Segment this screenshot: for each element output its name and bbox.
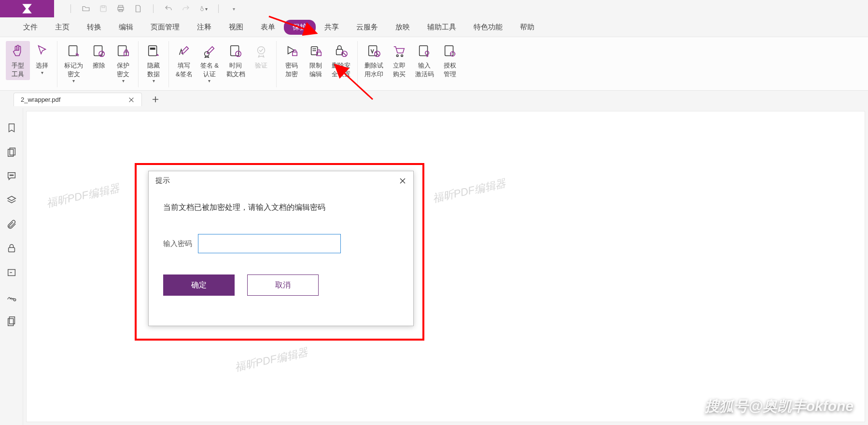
ribbon-protect-redact[interactable]: 保护 密文▾ xyxy=(111,41,135,85)
ribbon-group-1: 标记为 密文▾擦除保护 密文▾ xyxy=(57,41,139,87)
ribbon-group-5: 删除试 用水印立即 购买输入 激活码授权 管理 xyxy=(358,41,465,87)
watermark: 福昕PDF编辑器 xyxy=(45,181,121,210)
svg-rect-38 xyxy=(8,318,13,326)
svg-rect-4 xyxy=(119,10,123,12)
pages-icon[interactable] xyxy=(6,147,17,157)
svg-point-33 xyxy=(12,175,13,176)
ribbon-label: 输入 激活码 xyxy=(415,61,434,78)
menu-item-7[interactable]: 表单 xyxy=(252,20,284,35)
page-icon[interactable] xyxy=(134,4,142,13)
menu-item-6[interactable]: 视图 xyxy=(220,20,252,35)
field-icon[interactable] xyxy=(6,267,17,278)
ribbon-group-0: 手型 工具选择▾ xyxy=(3,41,57,87)
ribbon-enter-code[interactable]: 输入 激活码 xyxy=(411,41,438,80)
ribbon-hand-tool[interactable]: 手型 工具 xyxy=(6,41,30,80)
hand-tool-icon xyxy=(10,43,26,59)
app-logo xyxy=(0,0,54,17)
svg-rect-34 xyxy=(8,247,14,252)
menu-item-1[interactable]: 主页 xyxy=(46,20,78,35)
separator xyxy=(70,4,71,13)
document-tab-title: 2_wrapper.pdf xyxy=(21,96,60,103)
svg-point-24 xyxy=(401,55,403,57)
menu-item-11[interactable]: 放映 xyxy=(387,20,419,35)
comment-icon[interactable] xyxy=(6,171,17,181)
ribbon-hidden-data[interactable]: 隐藏 数据▾ xyxy=(141,41,166,85)
ribbon-license-mgmt[interactable]: 授权 管理 xyxy=(438,41,462,80)
menu-item-13[interactable]: 特色功能 xyxy=(465,20,511,35)
ribbon-sign-cert[interactable]: 签名 & 认证▾ xyxy=(196,41,223,85)
menu-item-3[interactable]: 编辑 xyxy=(110,20,142,35)
ribbon-password-encrypt[interactable]: 密码 加密 xyxy=(280,41,304,80)
menu-item-8[interactable]: 保护 xyxy=(284,20,316,35)
ribbon-erase[interactable]: 擦除 xyxy=(87,41,111,72)
separator xyxy=(153,4,154,13)
chevron-down-icon: ▾ xyxy=(122,78,125,83)
ribbon-label: 填写 &签名 xyxy=(176,61,193,78)
menu-item-9[interactable]: 共享 xyxy=(316,20,348,35)
attribution: 搜狐号@奥凯丰okfone xyxy=(705,397,854,416)
ribbon-remove-trial-wm[interactable]: 删除试 用水印 xyxy=(361,41,387,80)
ribbon-label: 授权 管理 xyxy=(444,61,456,78)
add-tab-icon[interactable] xyxy=(152,96,159,103)
attachment-icon[interactable] xyxy=(6,219,17,230)
menu-item-4[interactable]: 页面管理 xyxy=(142,20,188,35)
clipboard-icon[interactable] xyxy=(6,315,17,326)
ribbon-fill-sign[interactable]: 填写 &签名 xyxy=(172,41,196,80)
watermark: 福昕PDF编辑器 xyxy=(234,345,309,374)
mark-redact-icon xyxy=(66,43,82,59)
select-tool-icon xyxy=(34,43,50,59)
layers-icon[interactable] xyxy=(6,195,17,206)
ribbon-label: 保护 密文 xyxy=(117,61,129,78)
security-icon[interactable] xyxy=(6,243,17,254)
customize-icon[interactable]: ▾ xyxy=(229,4,238,13)
workspace: 福昕PDF编辑器 福昕PDF编辑器 福昕PDF编辑器 xyxy=(0,108,868,425)
undo-icon[interactable] xyxy=(164,4,173,13)
svg-rect-21 xyxy=(369,46,377,56)
open-icon[interactable] xyxy=(82,4,90,13)
ribbon-timestamp[interactable]: 时间 戳文档 xyxy=(223,41,249,80)
quick-access-toolbar: ▾ ▾ xyxy=(0,0,868,17)
ribbon-restrict-edit[interactable]: 限制 编辑 xyxy=(304,41,328,80)
ribbon-label: 手型 工具 xyxy=(12,61,24,78)
remove-security-icon xyxy=(333,43,349,59)
save-icon[interactable] xyxy=(99,4,108,13)
ribbon-buy-now[interactable]: 立即 购买 xyxy=(387,41,411,80)
close-icon[interactable] xyxy=(399,177,406,185)
dialog-message: 当前文档已被加密处理，请输入文档的编辑密码 xyxy=(163,203,399,213)
redo-icon[interactable] xyxy=(182,4,190,13)
menu-item-12[interactable]: 辅助工具 xyxy=(419,20,465,35)
ribbon-label: 限制 编辑 xyxy=(309,61,322,78)
touch-icon[interactable]: ▾ xyxy=(199,4,208,13)
signature-icon[interactable] xyxy=(6,291,17,302)
erase-icon xyxy=(91,43,107,59)
svg-rect-25 xyxy=(420,46,428,56)
password-input[interactable] xyxy=(198,234,341,253)
print-icon[interactable] xyxy=(116,4,125,13)
ribbon-label: 选择 xyxy=(36,61,48,70)
close-icon[interactable] xyxy=(128,96,135,103)
svg-rect-1 xyxy=(102,6,105,8)
document-tab[interactable]: 2_wrapper.pdf xyxy=(14,93,142,106)
menu-item-14[interactable]: 帮助 xyxy=(511,20,543,35)
ribbon-group-3: 填写 &签名签名 & 认证▾时间 戳文档验证 xyxy=(169,41,277,87)
bookmark-icon[interactable] xyxy=(6,123,17,133)
svg-point-15 xyxy=(257,47,265,54)
ribbon-remove-security[interactable]: 删除安 全设置 xyxy=(328,41,354,80)
menu-item-5[interactable]: 注释 xyxy=(188,20,220,35)
ribbon-group-4: 密码 加密限制 编辑删除安 全设置 xyxy=(277,41,358,87)
ok-button[interactable]: 确定 xyxy=(163,274,235,296)
menu-item-2[interactable]: 转换 xyxy=(78,20,110,35)
cancel-button[interactable]: 取消 xyxy=(247,274,319,296)
menu-item-0[interactable]: 文件 xyxy=(14,20,46,35)
ribbon-select-tool[interactable]: 选择▾ xyxy=(30,41,54,77)
password-dialog: 提示 当前文档已被加密处理，请输入文档的编辑密码 输入密码 确定 取消 xyxy=(148,171,414,326)
svg-point-31 xyxy=(10,175,11,176)
ribbon-label: 删除安 全设置 xyxy=(332,61,350,78)
ribbon-label: 验证 xyxy=(255,61,267,70)
menu-item-10[interactable]: 云服务 xyxy=(348,20,387,35)
ribbon-validate: 验证 xyxy=(249,41,273,72)
ribbon-mark-redact[interactable]: 标记为 密文▾ xyxy=(60,41,87,85)
menu-bar: 文件主页转换编辑页面管理注释视图表单保护共享云服务放映辅助工具特色功能帮助 xyxy=(0,17,868,37)
svg-point-23 xyxy=(396,55,398,57)
svg-rect-11 xyxy=(150,48,154,49)
